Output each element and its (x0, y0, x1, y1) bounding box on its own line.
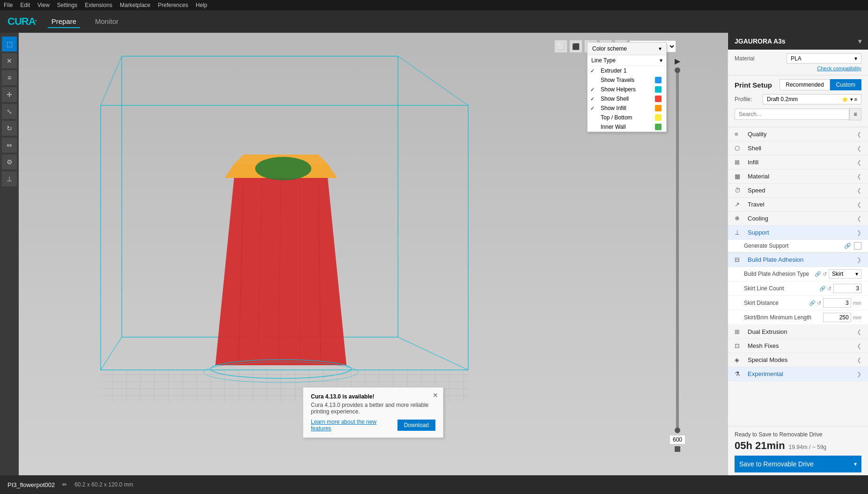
right-panel: JGAURORA A3s ▾ Material PLA ▾ Check comp… (728, 33, 868, 475)
profile-select[interactable]: Draft 0.2mm ⭐ ▾ ≡ (763, 94, 861, 104)
tab-monitor[interactable]: Monitor (91, 15, 122, 28)
svg-line-7 (398, 337, 468, 370)
menu-file[interactable]: File (4, 2, 13, 8)
material-select[interactable]: PLA ▾ (787, 53, 861, 64)
tool-support[interactable]: ⊥ (2, 171, 17, 186)
menu-preferences[interactable]: Preferences (158, 2, 188, 8)
view-icon-1[interactable]: ⬜ (554, 40, 567, 53)
skirt-brim-input[interactable] (823, 313, 851, 322)
skirt-distance-unit: mm (853, 300, 861, 306)
infill-check: ✓ (590, 105, 597, 111)
tool-scale[interactable]: ⤡ (2, 104, 17, 119)
model-dimensions: 60.2 x 60.2 x 120.0 mm (74, 481, 133, 488)
slider-bottom-thumb[interactable] (675, 428, 680, 433)
travel-arrow: ❮ (857, 201, 861, 208)
bp-type-select[interactable]: Skirt ▾ (829, 269, 861, 279)
time-row: 05h 21min 19.94m / ~ 59g (735, 440, 861, 452)
generate-support-checkbox[interactable] (854, 242, 861, 250)
menu-marketplace[interactable]: Marketplace (120, 2, 150, 8)
settings-item-experimental[interactable]: ⚗ Experimental ❯ (728, 367, 868, 381)
menu-help[interactable]: Help (196, 2, 207, 8)
profile-label: Profile: (735, 96, 763, 103)
helpers-item[interactable]: ✓ Show Helpers (588, 85, 666, 94)
settings-item-dual-extrusion[interactable]: ⊞ Dual Extrusion ❮ (728, 325, 868, 339)
svg-line-46 (239, 183, 243, 361)
bp-type-value: Skirt (832, 271, 843, 277)
skirt-distance-row: Skirt Distance 🔗 ↺ mm (728, 296, 868, 310)
tool-layer-view[interactable]: ≡ (2, 70, 17, 85)
infill-item[interactable]: ✓ Show Infill (588, 103, 666, 113)
tool-rotate[interactable]: ↻ (2, 121, 17, 136)
notification-download-button[interactable]: Download (397, 420, 435, 431)
settings-item-mesh-fixes[interactable]: ⊡ Mesh Fixes ❮ (728, 339, 868, 353)
tool-move[interactable]: ✛ (2, 87, 17, 102)
skirt-count-input[interactable] (833, 284, 861, 293)
color-scheme-chevron[interactable]: ▾ (659, 45, 662, 52)
edit-icon[interactable]: ✏ (62, 481, 67, 488)
search-icon-button[interactable]: ≡ (849, 108, 861, 120)
dual-extrusion-label: Dual Extrusion (748, 328, 857, 335)
tab-prepare[interactable]: Prepare (48, 15, 80, 28)
support-arrow: ❯ (857, 229, 861, 236)
check-compatibility-link[interactable]: Check compatibility (735, 66, 861, 71)
settings-item-support[interactable]: ⊥ Support ❯ (728, 226, 868, 240)
tool-solid-view[interactable]: ⬚ (2, 37, 17, 52)
menu-extensions[interactable]: Extensions (85, 2, 112, 8)
notification-link[interactable]: Learn more about the new features (311, 419, 394, 432)
weight-display: 19.94m / ~ 59g (789, 444, 826, 450)
shell-item[interactable]: ✓ Show Shell (588, 94, 666, 103)
svg-marker-44 (234, 155, 328, 164)
special-modes-label: Special Modes (748, 356, 857, 363)
settings-item-shell[interactable]: ⬡ Shell ❮ (728, 141, 868, 155)
line-type-select[interactable]: Line Type ▾ (588, 55, 666, 66)
speed-icon: ⏱ (735, 187, 744, 194)
svg-marker-42 (215, 178, 346, 365)
layer-slider-track[interactable] (676, 67, 679, 433)
line-type-label: Line Type (591, 57, 616, 64)
slider-top-thumb[interactable] (675, 67, 680, 73)
tool-mirror[interactable]: ⇔ (2, 138, 17, 153)
shell-color (655, 96, 662, 102)
settings-item-cooling[interactable]: ❄ Cooling ❮ (728, 212, 868, 226)
material-value: PLA (791, 55, 802, 62)
save-to-drive-button[interactable]: Save to Removable Drive ▾ (735, 456, 861, 472)
print-setup-title: Print Setup (735, 81, 772, 89)
color-scheme-label: Color scheme (592, 45, 627, 52)
slider-value-thumb[interactable] (675, 446, 680, 452)
viewport[interactable]: ▶ 600 ⬜ ⬛ ⬡ ⊞ ⊟ Layer view Solid view X-… (19, 33, 728, 475)
support-label: Support (748, 229, 857, 236)
search-input[interactable] (735, 109, 849, 120)
settings-item-quality[interactable]: ≡ Quality ❮ (728, 127, 868, 141)
settings-item-travel[interactable]: ↗ Travel ❮ (728, 198, 868, 212)
settings-item-special-modes[interactable]: ◈ Special Modes ❮ (728, 353, 868, 367)
bp-type-icons: 🔗 ↺ (815, 271, 827, 277)
settings-item-material[interactable]: ▦ Material ❮ (728, 170, 868, 184)
model-name: PI3_flowerpot002 (7, 481, 55, 488)
material-row: Material PLA ▾ (735, 53, 861, 64)
tab-recommended[interactable]: Recommended (780, 79, 830, 90)
top-bottom-color (655, 114, 662, 121)
printer-expand-icon[interactable]: ▾ (858, 37, 861, 45)
material-settings-icon: ▦ (735, 173, 744, 180)
settings-item-speed[interactable]: ⏱ Speed ❮ (728, 184, 868, 198)
top-bottom-item[interactable]: Top / Bottom (588, 113, 666, 122)
menu-edit[interactable]: Edit (20, 2, 30, 8)
menu-settings[interactable]: Settings (57, 2, 77, 8)
bp-type-label: Build Plate Adhesion Type (744, 271, 815, 277)
tool-xray-view[interactable]: ✕ (2, 53, 17, 68)
inner-wall-item[interactable]: Inner Wall (588, 122, 666, 132)
extruder-item[interactable]: ✓ Extruder 1 (588, 66, 666, 75)
play-button[interactable]: ▶ (673, 56, 682, 66)
menu-bar: File Edit View Settings Extensions Marke… (0, 0, 868, 10)
tab-custom[interactable]: Custom (830, 79, 861, 90)
shell-icon: ⬡ (735, 145, 744, 152)
travels-item[interactable]: Show Travels (588, 75, 666, 85)
menu-view[interactable]: View (37, 2, 50, 8)
settings-item-infill[interactable]: ⊠ Infill ❮ (728, 155, 868, 170)
skirt-distance-input[interactable] (823, 298, 851, 308)
view-icon-2[interactable]: ⬛ (569, 40, 582, 53)
tool-settings[interactable]: ⚙ (2, 155, 17, 170)
notification-close[interactable]: ✕ (433, 391, 438, 399)
settings-item-build-plate[interactable]: ⊟ Build Plate Adhesion ❯ (728, 253, 868, 267)
printer-name: JGAURORA A3s (735, 37, 786, 45)
